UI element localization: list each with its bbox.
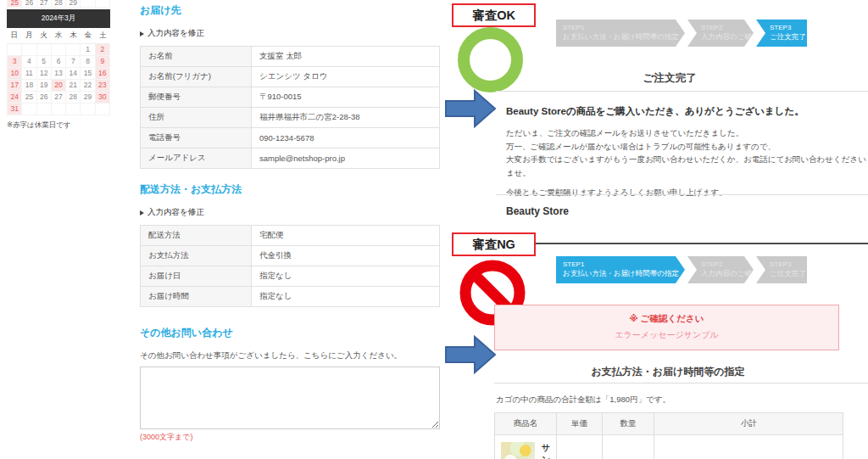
shipping-edit-link[interactable]: 入力内容を修正 [140, 28, 440, 39]
calendar-day: 19 [37, 80, 52, 92]
inquiry-description: その他お問い合わせ事項がございましたら、こちらにご入力ください。 [140, 350, 440, 361]
calendar-day: 30 [96, 92, 110, 104]
calendar-day [96, 0, 110, 8]
calendar-day: 1 [81, 44, 95, 56]
field-label: お届け時間 [141, 287, 252, 307]
calendar-day: 13 [52, 68, 66, 80]
calendar-day [8, 44, 22, 56]
step-number: STEP2 [701, 23, 748, 32]
calendar-day [96, 104, 110, 115]
error-title: ※ ご確認ください [495, 313, 838, 325]
quantity: 1 [602, 435, 654, 459]
field-label: お届け日 [141, 266, 252, 287]
step-3: STEP3 ご注文完了 [756, 20, 807, 47]
field-label: メールアドレス [141, 148, 252, 169]
table-row: お名前(フリガナ) シエンシツ タロウ [141, 67, 440, 87]
table-row: 郵便番号 〒910-0015 [141, 87, 440, 108]
calendar-day: 2 [96, 44, 110, 56]
calendar-day [22, 44, 36, 56]
calendar-day [52, 44, 66, 56]
field-label: お名前 [141, 47, 252, 67]
calendar-day: 8 [81, 56, 95, 68]
step-1: STEP1 お支払い方法・お届け時間帯の指定 [556, 256, 685, 283]
calendar-day: 31 [8, 104, 22, 115]
shipping-info-table: お名前 支援室 太郎 お名前(フリガナ) シエンシツ タロウ 郵便番号 〒910… [140, 46, 440, 169]
field-value: 支援室 太郎 [252, 47, 440, 67]
field-label: お支払方法 [141, 246, 252, 266]
calendar-day: 12 [37, 68, 52, 80]
calendar-day: 28 [52, 0, 66, 8]
calendar-day [37, 104, 52, 115]
step-label: お支払い方法・お届け時間帯の指定 [563, 269, 680, 278]
step-label: 入力内容のご確認 [701, 32, 748, 42]
step-1: STEP1 お支払い方法・お届け時間帯の指定 [556, 20, 685, 47]
calendar-day: 27 [52, 92, 66, 104]
step-label: 入力内容のご確認 [701, 269, 748, 278]
edit-link-label: 入力内容を修正 [147, 28, 204, 39]
table-row: 電話番号 090-1234-5678 [141, 128, 440, 148]
payment-section-title: 配送方法・お支払方法 [140, 182, 440, 197]
table-row: メールアドレス sample@netshop-pro.jp [141, 148, 440, 169]
field-value: 指定なし [252, 287, 440, 307]
field-label: 配送方法 [141, 226, 252, 246]
calendar-day: 17 [8, 80, 22, 92]
calendar-weekday: 木 [66, 28, 81, 43]
calendar-day: 23 [96, 80, 110, 92]
error-message-box: ※ ご確認ください エラーメッセージサンプル [494, 305, 839, 350]
blue-arrow-icon [444, 87, 497, 131]
calendar-day: 10 [8, 68, 22, 80]
field-value: sample@netshop-pro.jp [252, 148, 440, 169]
inquiry-textarea[interactable] [140, 367, 440, 429]
calendar-weekday: 火 [36, 28, 51, 43]
calendar-prev-month-row: 2526272829 [7, 0, 110, 8]
shop-calendar: 2526272829 2024年3月 日月火水木金土 1234567891011… [7, 0, 110, 131]
calendar-day: 24 [8, 92, 22, 104]
calendar-weekday: 日 [7, 28, 21, 43]
order-complete-heading: ご注文完了 [496, 71, 843, 86]
step-number: STEP3 [770, 260, 802, 269]
payment-info-table: 配送方法 宅配便 お支払方法 代金引換 お届け日 指定なし お届け時間 [140, 225, 440, 307]
table-row: お支払方法 代金引換 [141, 246, 440, 266]
calendar-day: 21 [66, 80, 81, 92]
calendar-day: 7 [66, 56, 81, 68]
calendar-day: 20 [52, 80, 66, 92]
review-ok-badge: 審査OK [452, 3, 536, 27]
product-thumbnail [501, 442, 535, 459]
field-value: 宅配便 [252, 226, 440, 246]
calendar-day: 5 [37, 56, 52, 68]
store-name: Beauty Store [506, 205, 569, 217]
section-divider-line [534, 243, 868, 244]
cart-product-row: サンプル商品 ※ポイント付与対象外商品 1,980円 1 1,980円 [495, 435, 843, 459]
calendar-day: 4 [22, 56, 36, 68]
thanks-message-body: ただいま、ご注文の確認メールをお送りさせていただきました。万一、ご確認メールが届… [506, 126, 868, 199]
cart-column-header: 小計 [654, 413, 843, 435]
calendar-day: 29 [66, 0, 81, 8]
error-message: エラーメッセージサンプル [495, 329, 838, 341]
step-3: STEP3 ご注文完了 [756, 256, 807, 283]
edit-link-label: 入力内容を修正 [147, 207, 204, 218]
message-line: 万一、ご確認メールが届かない場合はトラブルの可能性もありますので、 [506, 140, 868, 154]
blue-arrow-icon [444, 333, 497, 377]
cart-column-header: 商品名 [495, 413, 557, 435]
payment-edit-link[interactable]: 入力内容を修正 [140, 207, 440, 218]
calendar-day: 26 [22, 0, 36, 8]
calendar-day: 15 [81, 68, 95, 80]
calendar-day: 16 [96, 68, 110, 80]
calendar-day: 25 [8, 0, 22, 8]
divider [494, 383, 868, 383]
step-number: STEP1 [563, 260, 680, 269]
calendar-day [37, 44, 52, 56]
product-name: サンプル商品 [542, 442, 550, 459]
step-number: STEP1 [563, 23, 680, 32]
cart-table: 商品名単価数量小計 サンプル商品 ※ポイント付与対象外商品 1,980円 1 [494, 412, 843, 459]
field-value: 福井県福井市二の宮2-28-38 [252, 108, 440, 128]
calendar-day: 6 [52, 56, 66, 68]
calendar-title: 2024年3月 [7, 9, 110, 28]
calendar-day [66, 44, 81, 56]
divider [496, 91, 868, 92]
field-label: 郵便番号 [141, 87, 252, 108]
page: 2526272829 2024年3月 日月火水木金土 1234567891011… [0, 0, 868, 459]
calendar-day: 28 [66, 92, 81, 104]
step-2: STEP2 入力内容のご確認 [687, 256, 754, 283]
inquiry-char-limit: (3000文字まで) [140, 432, 440, 443]
